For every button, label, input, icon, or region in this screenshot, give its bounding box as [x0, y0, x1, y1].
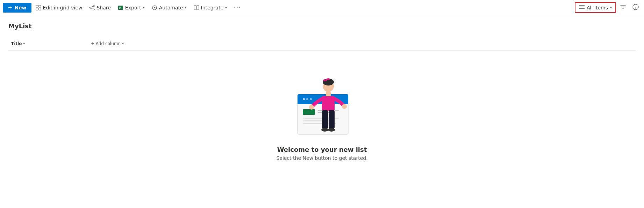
- svg-text:X: X: [119, 7, 121, 10]
- svg-rect-40: [329, 110, 335, 129]
- more-options-button[interactable]: ···: [231, 2, 244, 13]
- svg-rect-2: [36, 8, 38, 10]
- svg-point-23: [306, 98, 308, 100]
- integrate-button[interactable]: Integrate ▾: [191, 3, 230, 13]
- svg-line-8: [91, 8, 93, 9]
- svg-rect-25: [303, 109, 315, 115]
- share-label: Share: [96, 5, 110, 10]
- integrate-chevron-icon: ▾: [225, 6, 227, 9]
- all-items-chevron-icon: ▾: [610, 6, 612, 9]
- svg-point-5: [90, 7, 91, 8]
- svg-point-4: [93, 5, 94, 7]
- export-button[interactable]: X Export ▾: [115, 3, 148, 13]
- svg-rect-13: [197, 6, 199, 10]
- svg-rect-0: [36, 5, 38, 7]
- grid-icon: [36, 5, 41, 10]
- edit-grid-view-button[interactable]: Edit in grid view: [33, 3, 85, 13]
- edit-grid-view-label: Edit in grid view: [43, 5, 83, 10]
- svg-rect-43: [326, 91, 331, 96]
- title-column-label: Title: [11, 41, 22, 46]
- share-button[interactable]: Share: [86, 3, 113, 13]
- svg-rect-39: [322, 110, 328, 129]
- svg-point-22: [303, 98, 305, 100]
- title-column-header[interactable]: Title ▾: [11, 41, 88, 46]
- filter-icon: [620, 4, 626, 11]
- toolbar-right: All Items ▾ i: [575, 2, 641, 13]
- table-header: Title ▾ + Add column ▾: [8, 37, 636, 51]
- filter-button[interactable]: [617, 2, 629, 13]
- add-column-label: + Add column: [91, 41, 121, 46]
- list-view-icon: [579, 5, 585, 10]
- list-title: MyList: [8, 22, 636, 30]
- toolbar: + New Edit in grid view Share: [0, 0, 644, 15]
- empty-state: Welcome to your new list Select the New …: [8, 51, 636, 175]
- svg-point-42: [328, 128, 335, 132]
- info-button[interactable]: i: [630, 2, 641, 13]
- page-content: MyList Title ▾ + Add column ▾: [0, 15, 644, 175]
- new-button[interactable]: + New: [3, 3, 31, 13]
- share-icon: [89, 5, 95, 10]
- all-items-button[interactable]: All Items ▾: [575, 2, 616, 13]
- add-column-chevron-icon: ▾: [122, 42, 124, 45]
- svg-point-6: [93, 9, 94, 10]
- svg-text:i: i: [635, 5, 636, 9]
- svg-rect-12: [194, 6, 196, 10]
- export-chevron-icon: ▾: [143, 6, 145, 9]
- plus-icon: +: [8, 5, 12, 10]
- empty-state-subtitle: Select the New button to get started.: [276, 155, 367, 161]
- automate-button[interactable]: Automate ▾: [149, 3, 189, 13]
- illustration: [287, 72, 357, 139]
- svg-rect-3: [39, 8, 41, 10]
- all-items-label: All Items: [587, 5, 608, 10]
- automate-chevron-icon: ▾: [185, 6, 187, 9]
- svg-rect-1: [39, 5, 41, 7]
- more-dots-icon: ···: [234, 4, 241, 11]
- add-column-button[interactable]: + Add column ▾: [88, 40, 127, 47]
- svg-rect-36: [322, 96, 335, 111]
- automate-icon: [152, 5, 157, 10]
- new-button-label: New: [14, 5, 26, 10]
- svg-point-38: [342, 104, 347, 109]
- svg-point-24: [310, 98, 312, 100]
- svg-point-35: [326, 79, 327, 81]
- empty-state-title: Welcome to your new list: [277, 146, 367, 153]
- title-sort-icon: ▾: [23, 42, 25, 45]
- svg-line-7: [91, 6, 93, 7]
- svg-point-41: [321, 128, 328, 132]
- integrate-icon: [194, 5, 199, 10]
- svg-point-37: [309, 105, 314, 110]
- list-table: Title ▾ + Add column ▾: [8, 37, 636, 175]
- excel-icon: X: [118, 5, 123, 10]
- export-label: Export: [125, 5, 141, 10]
- automate-label: Automate: [159, 5, 183, 10]
- integrate-label: Integrate: [201, 5, 223, 10]
- info-icon: i: [632, 4, 639, 12]
